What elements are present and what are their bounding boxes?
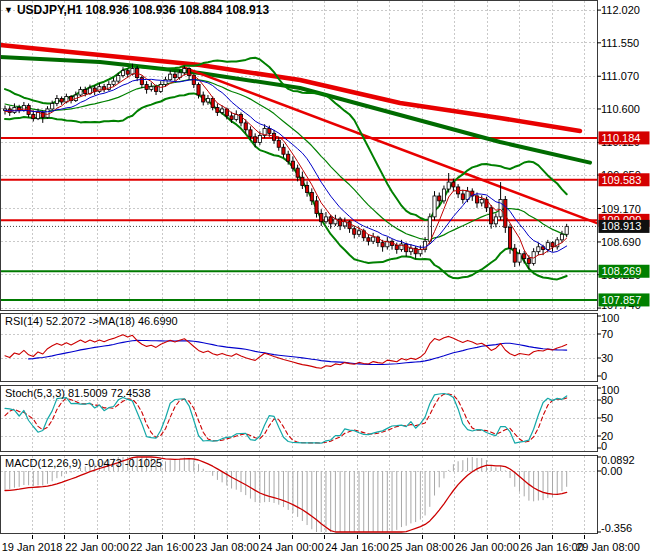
candle-bullish	[357, 231, 360, 234]
axis-label: 50	[601, 412, 613, 424]
candle-bullish	[169, 74, 172, 80]
axis-label: 0	[601, 440, 607, 452]
price-badge-label: 108.269	[602, 265, 642, 277]
candle-bearish	[438, 196, 441, 201]
candle-bearish	[395, 245, 398, 249]
time-axis-label: 29 Jan 08:00	[576, 541, 640, 553]
candle-bearish	[268, 128, 271, 133]
axis-label: 0.00	[601, 465, 622, 477]
time-axis-label: 22 Jan 16:00	[130, 541, 194, 553]
axis-label: 111.550	[601, 37, 639, 49]
candle-bullish	[55, 99, 58, 104]
axis-label: 80	[601, 394, 613, 406]
price-badge-label: 108.913	[602, 220, 642, 232]
candle-bullish	[560, 234, 563, 240]
axis-label: -0.356	[601, 522, 632, 534]
candle-bullish	[112, 81, 115, 84]
candle-bullish	[324, 217, 327, 222]
candle-bullish	[494, 217, 497, 224]
candle-bearish	[126, 71, 129, 74]
time-axis-label: 22 Jan 00:00	[65, 541, 129, 553]
candle-bearish	[291, 161, 294, 168]
candle-bearish	[282, 147, 285, 154]
candle-bearish	[320, 213, 323, 221]
candle-bullish	[258, 135, 261, 142]
candle-bearish	[490, 208, 493, 224]
time-axis-label: 24 Jan 16:00	[325, 541, 389, 553]
time-axis: 19 Jan 201822 Jan 00:0022 Jan 16:0023 Ja…	[0, 535, 650, 560]
candle-bullish	[46, 109, 49, 117]
axis-label: 109.170	[601, 203, 641, 215]
stoch-panel-label: Stoch(5,3,3) 81.5009 72.4538	[5, 387, 151, 399]
candle-bearish	[60, 99, 63, 102]
axis-label: 30	[601, 352, 613, 364]
candle-bearish	[211, 99, 214, 108]
candle-bearish	[508, 227, 511, 248]
symbol-dropdown-icon[interactable]: ▼	[4, 5, 13, 15]
chart-window: ▼USDJPY,H1 108.936 108.936 108.884 108.9…	[0, 0, 650, 560]
candle-bearish	[272, 133, 275, 140]
rsi-ma-line	[29, 340, 567, 364]
candle-bullish	[36, 112, 39, 118]
candle-bearish	[216, 108, 219, 113]
candle-bearish	[452, 182, 455, 187]
candle-bearish	[301, 177, 304, 185]
candle-bearish	[461, 194, 464, 200]
chart-title-text: USDJPY,H1 108.936 108.936 108.884 108.91…	[17, 3, 269, 17]
axis-label: 70	[601, 328, 613, 340]
candle-bearish	[296, 168, 299, 177]
candle-bullish	[518, 254, 521, 262]
candle-bearish	[523, 254, 526, 259]
candle-bullish	[206, 99, 209, 102]
macd-panel-label: MACD(12,26,9) -0.0473 -0.1025	[5, 457, 162, 469]
candle-bearish	[287, 154, 290, 161]
candle-bullish	[565, 227, 568, 235]
candle-bullish	[537, 247, 540, 252]
candle-bullish	[79, 89, 82, 95]
time-axis-label: 23 Jan 08:00	[195, 541, 259, 553]
time-axis-label: 26 Jan 16:00	[520, 541, 584, 553]
candle-bullish	[131, 69, 134, 75]
candle-bearish	[527, 259, 530, 264]
candle-bullish	[121, 71, 124, 76]
time-axis-label: 25 Jan 08:00	[390, 541, 454, 553]
time-axis-ticks	[0, 535, 650, 540]
candle-bullish	[546, 243, 549, 250]
candle-bearish	[84, 89, 87, 93]
candle-bearish	[305, 186, 308, 193]
candle-bearish	[154, 87, 157, 92]
rsi-line	[5, 335, 567, 369]
time-axis-label: 24 Jan 00:00	[260, 541, 324, 553]
price-badge-label: 110.184	[602, 132, 641, 144]
price-badge-label: 109.583	[602, 174, 642, 186]
candle-bearish	[244, 123, 247, 130]
candle-bearish	[513, 248, 516, 262]
candle-bullish	[372, 237, 375, 241]
candle-bearish	[381, 243, 384, 247]
candle-bullish	[442, 189, 445, 201]
candle-bullish	[419, 250, 422, 254]
main-price-chart[interactable]: 112.020111.550111.070110.600110.120109.6…	[0, 0, 650, 311]
moving-average-5	[5, 73, 567, 258]
candle-bearish	[254, 137, 257, 143]
candle-bearish	[32, 115, 35, 119]
candle-bullish	[51, 103, 54, 109]
axis-label: 112.020	[601, 4, 640, 16]
price-badge-label: 107.857	[602, 294, 642, 306]
axis-label: 110.600	[601, 103, 640, 115]
candle-bearish	[551, 243, 554, 247]
candle-bullish	[221, 109, 224, 112]
candle-bearish	[197, 85, 200, 95]
candle-bearish	[315, 201, 318, 214]
candle-bearish	[405, 244, 408, 252]
axis-label: 100	[601, 313, 619, 324]
panel-border	[1, 1, 598, 311]
candle-bearish	[277, 140, 280, 147]
candle-bearish	[202, 95, 205, 102]
candle-bullish	[447, 182, 450, 189]
candle-bearish	[339, 219, 342, 226]
candle-bearish	[249, 130, 252, 137]
candle-bullish	[150, 87, 153, 90]
candle-bullish	[480, 199, 483, 202]
bollinger-lower-band	[5, 93, 567, 279]
